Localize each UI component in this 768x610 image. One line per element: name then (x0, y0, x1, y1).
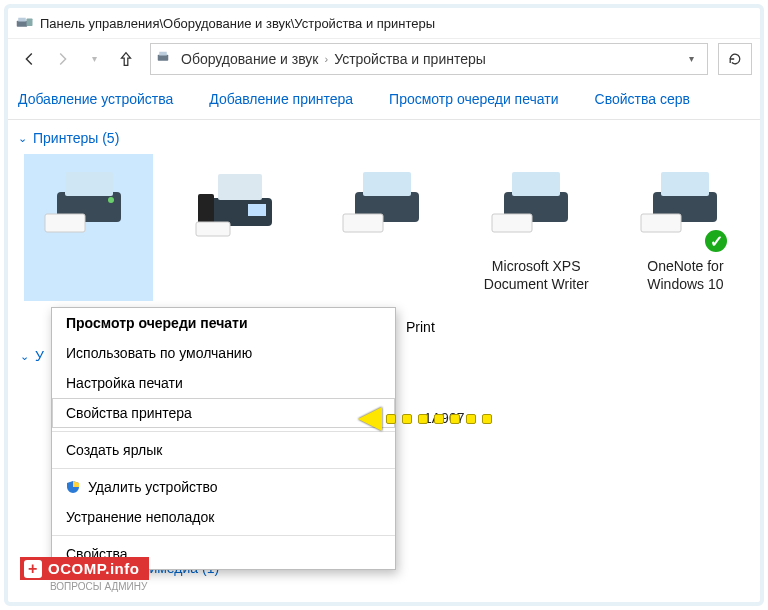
device-label: Microsoft XPS Document Writer (472, 254, 601, 301)
svg-rect-16 (343, 214, 383, 232)
cmd-server-properties[interactable]: Свойства серв (595, 91, 690, 107)
cmd-add-printer[interactable]: Добавление принтера (209, 91, 353, 107)
device-item-3[interactable]: Microsoft XPS Document Writer (472, 154, 601, 301)
menu-print-settings[interactable]: Настройка печати (52, 368, 395, 398)
svg-rect-15 (363, 172, 411, 196)
printers-list: Microsoft XPS Document Writer ✓ OneNote … (18, 150, 750, 301)
group-devices-label: У (35, 348, 44, 364)
default-check-badge: ✓ (702, 227, 730, 255)
svg-rect-0 (17, 21, 28, 27)
address-bar[interactable]: Оборудование и звук › Устройства и принт… (150, 43, 708, 75)
printer-icon (24, 154, 153, 254)
plus-icon: + (24, 560, 42, 578)
svg-rect-3 (158, 55, 169, 61)
menu-set-default[interactable]: Использовать по умолчанию (52, 338, 395, 368)
svg-rect-1 (18, 18, 26, 22)
recent-locations-dropdown[interactable]: ▾ (80, 45, 108, 73)
device-item-fax[interactable] (173, 154, 302, 301)
arrow-dots (386, 414, 492, 424)
device-label: OneNote for Windows 10 (621, 254, 750, 301)
svg-rect-13 (196, 222, 230, 236)
menu-remove-device[interactable]: Удалить устройство (52, 472, 395, 502)
uac-shield-icon (66, 480, 80, 494)
cmd-view-queue[interactable]: Просмотр очереди печати (389, 91, 558, 107)
devices-printers-small-icon (157, 50, 175, 67)
menu-printer-properties[interactable]: Свойства принтера (52, 398, 395, 428)
svg-rect-19 (492, 214, 532, 232)
svg-point-8 (108, 197, 114, 203)
menu-remove-device-label: Удалить устройство (88, 479, 217, 495)
refresh-button[interactable] (718, 43, 752, 75)
back-button[interactable] (16, 45, 44, 73)
window-title: Панель управления\Оборудование и звук\Ус… (40, 16, 435, 31)
svg-rect-2 (27, 19, 33, 27)
group-printers-label: Принтеры (5) (33, 130, 119, 146)
chevron-down-icon: ⌄ (20, 350, 29, 363)
printer-icon (322, 154, 451, 254)
chevron-down-icon: ⌄ (18, 132, 27, 145)
chevron-right-icon[interactable]: › (325, 53, 329, 65)
printer-icon (472, 154, 601, 254)
group-devices[interactable]: ⌄ У (20, 348, 44, 364)
menu-divider (52, 535, 395, 536)
menu-view-queue[interactable]: Просмотр очереди печати (52, 308, 395, 338)
fax-icon (173, 154, 302, 254)
breadcrumb-segment-2[interactable]: Устройства и принтеры (334, 51, 486, 67)
titlebar: Панель управления\Оборудование и звук\Ус… (8, 8, 760, 38)
device-label (173, 254, 302, 298)
watermark-sub: ВОПРОСЫ АДМИНУ (50, 581, 147, 592)
svg-rect-18 (512, 172, 560, 196)
device-item-selected[interactable] (24, 154, 153, 301)
devices-printers-icon (16, 16, 34, 30)
breadcrumb-segment-1[interactable]: Оборудование и звук (181, 51, 319, 67)
arrow-head-icon (358, 407, 382, 431)
svg-rect-10 (218, 174, 262, 200)
partial-visible-label: Print (406, 319, 435, 335)
menu-divider (52, 468, 395, 469)
svg-rect-4 (159, 52, 167, 56)
annotation-arrow (358, 407, 492, 431)
menu-create-shortcut[interactable]: Создать ярлык (52, 435, 395, 465)
group-printers[interactable]: ⌄ Принтеры (5) (18, 126, 750, 150)
menu-troubleshoot[interactable]: Устранение неполадок (52, 502, 395, 532)
svg-rect-12 (248, 204, 266, 216)
svg-rect-21 (661, 172, 709, 196)
watermark-logo: + OCOMP.info ВОПРОСЫ АДМИНУ (20, 557, 149, 580)
command-bar: Добавление устройства Добавление принтер… (8, 78, 760, 120)
svg-rect-6 (65, 172, 113, 196)
printer-icon (621, 154, 750, 254)
svg-rect-7 (45, 214, 85, 232)
up-button[interactable] (112, 45, 140, 73)
cmd-add-device[interactable]: Добавление устройства (18, 91, 173, 107)
forward-button[interactable] (48, 45, 76, 73)
device-item-2[interactable] (322, 154, 451, 301)
device-label (24, 254, 153, 298)
watermark-text: OCOMP.info (48, 560, 139, 577)
address-dropdown[interactable]: ▾ (681, 53, 701, 64)
context-menu: Просмотр очереди печати Использовать по … (51, 307, 396, 570)
navigation-row: ▾ Оборудование и звук › Устройства и при… (8, 38, 760, 78)
menu-divider (52, 431, 395, 432)
control-panel-window: Панель управления\Оборудование и звук\Ус… (4, 4, 764, 606)
device-label (322, 254, 451, 298)
svg-rect-22 (641, 214, 681, 232)
device-item-4[interactable]: ✓ OneNote for Windows 10 (621, 154, 750, 301)
